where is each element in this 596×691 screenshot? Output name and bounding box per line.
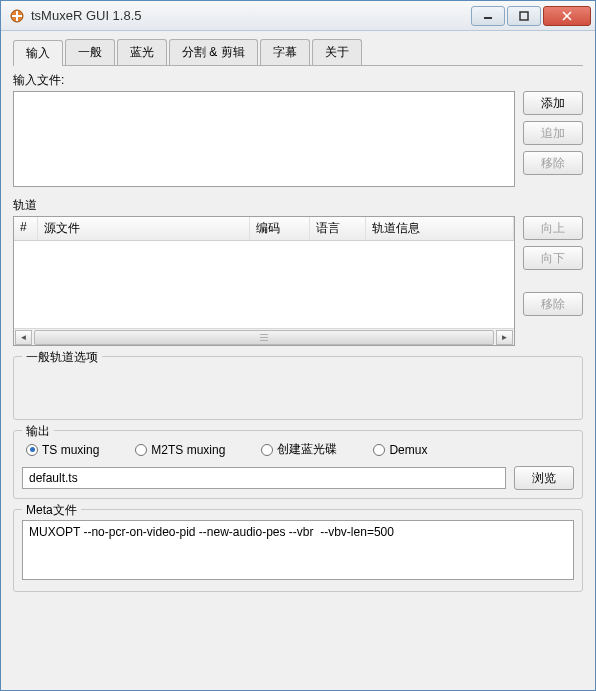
- tracks-body[interactable]: [14, 241, 514, 328]
- tabstrip: 输入 一般 蓝光 分割 & 剪辑 字幕 关于: [13, 39, 583, 66]
- tab-about[interactable]: 关于: [312, 39, 362, 65]
- tracks-table[interactable]: # 源文件 编码 语言 轨道信息 ◄ ►: [13, 216, 515, 346]
- window-title: tsMuxeR GUI 1.8.5: [31, 8, 469, 23]
- tracks-label: 轨道: [13, 197, 583, 214]
- tab-splitcut[interactable]: 分割 & 剪辑: [169, 39, 258, 65]
- tab-subtitles[interactable]: 字幕: [260, 39, 310, 65]
- radio-ts-label: TS muxing: [42, 443, 99, 457]
- remove-input-button[interactable]: 移除: [523, 151, 583, 175]
- general-track-options-label: 一般轨道选项: [22, 349, 102, 366]
- scroll-thumb[interactable]: [34, 330, 494, 345]
- tab-general[interactable]: 一般: [65, 39, 115, 65]
- scroll-left-button[interactable]: ◄: [15, 330, 32, 345]
- close-button[interactable]: [543, 6, 591, 26]
- window-controls: [469, 6, 595, 26]
- move-up-button[interactable]: 向上: [523, 216, 583, 240]
- radio-dot-icon: [373, 444, 385, 456]
- meta-content-field[interactable]: [22, 520, 574, 580]
- radio-demux-label: Demux: [389, 443, 427, 457]
- radio-m2ts-muxing[interactable]: M2TS muxing: [135, 443, 225, 457]
- col-source[interactable]: 源文件: [38, 217, 250, 240]
- meta-group: Meta文件: [13, 509, 583, 592]
- output-label: 输出: [22, 423, 54, 440]
- move-down-button[interactable]: 向下: [523, 246, 583, 270]
- col-codec[interactable]: 编码: [250, 217, 310, 240]
- client-area: 输入 一般 蓝光 分割 & 剪辑 字幕 关于 输入文件: 添加 追加 移除 轨道…: [1, 31, 595, 690]
- radio-demux[interactable]: Demux: [373, 443, 427, 457]
- radio-dot-icon: [135, 444, 147, 456]
- radio-bluray[interactable]: 创建蓝光碟: [261, 441, 337, 458]
- maximize-button[interactable]: [507, 6, 541, 26]
- radio-dot-icon: [26, 444, 38, 456]
- add-button[interactable]: 添加: [523, 91, 583, 115]
- remove-track-button[interactable]: 移除: [523, 292, 583, 316]
- output-path-field[interactable]: [22, 467, 506, 489]
- output-group: 输出 TS muxing M2TS muxing 创建蓝光碟 Demux: [13, 430, 583, 499]
- scroll-right-button[interactable]: ►: [496, 330, 513, 345]
- radio-bluray-label: 创建蓝光碟: [277, 441, 337, 458]
- tab-input[interactable]: 输入: [13, 40, 63, 66]
- minimize-button[interactable]: [471, 6, 505, 26]
- app-icon: [9, 8, 25, 24]
- radio-dot-icon: [261, 444, 273, 456]
- tracks-hscrollbar[interactable]: ◄ ►: [14, 328, 514, 345]
- titlebar[interactable]: tsMuxeR GUI 1.8.5: [1, 1, 595, 31]
- input-files-list[interactable]: [13, 91, 515, 187]
- svg-rect-2: [520, 12, 528, 20]
- browse-button[interactable]: 浏览: [514, 466, 574, 490]
- col-lang[interactable]: 语言: [310, 217, 366, 240]
- tracks-header: # 源文件 编码 语言 轨道信息: [14, 217, 514, 241]
- app-window: tsMuxeR GUI 1.8.5 输入 一般 蓝光 分割 & 剪辑 字幕 关于…: [0, 0, 596, 691]
- tab-bluray[interactable]: 蓝光: [117, 39, 167, 65]
- append-button[interactable]: 追加: [523, 121, 583, 145]
- input-files-label: 输入文件:: [13, 72, 583, 89]
- general-track-options-group: 一般轨道选项: [13, 356, 583, 420]
- col-info[interactable]: 轨道信息: [366, 217, 514, 240]
- meta-label: Meta文件: [22, 502, 81, 519]
- radio-m2ts-label: M2TS muxing: [151, 443, 225, 457]
- col-num[interactable]: #: [14, 217, 38, 240]
- radio-ts-muxing[interactable]: TS muxing: [26, 443, 99, 457]
